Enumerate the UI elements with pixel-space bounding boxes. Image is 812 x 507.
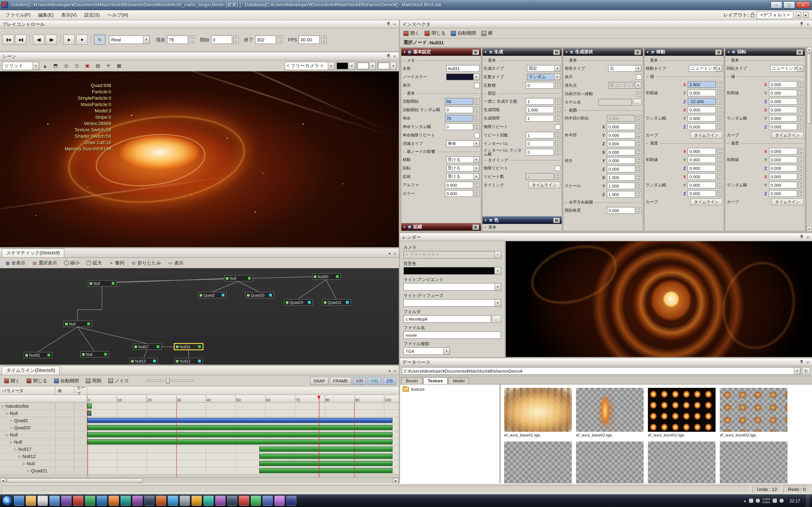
spinner[interactable]: ▲▼	[799, 115, 804, 122]
diffuse-light-combo[interactable]: ▼	[403, 299, 501, 307]
expand-arrow-icon[interactable]: ▷	[18, 454, 21, 458]
chevron-down-icon[interactable]: ▼	[494, 283, 501, 290]
row-value-box[interactable]: 1.000 ▼	[607, 174, 635, 181]
row-value-box[interactable]: 0.000 ▼	[769, 156, 797, 163]
texture-item[interactable]: ef_aura_burst01.tga	[648, 388, 716, 437]
timeline-row[interactable]: ▷ Quad21	[0, 467, 399, 474]
camera-combo[interactable]: < フリーカメラ > ▼	[285, 61, 335, 70]
row-value-box[interactable]: 0.000 ▼	[769, 90, 797, 96]
row-value-box[interactable]: ニュートンダイナ ▼	[770, 65, 804, 72]
close-icon[interactable]: ×	[806, 360, 810, 364]
row-value-box[interactable]: 0.000 ▼	[607, 132, 635, 138]
row-track[interactable]	[87, 467, 399, 474]
camera-icon[interactable]: ▤	[93, 61, 103, 70]
timeline-tool-button[interactable]: 開く	[3, 377, 22, 385]
row-track[interactable]	[87, 410, 399, 416]
maximize-button[interactable]: ▢	[783, 1, 795, 8]
schematic-tool-button[interactable]: 拡大	[83, 258, 105, 267]
timeline-row[interactable]: ▷ Null12	[0, 453, 399, 460]
row-value-box[interactable]: 0.000 ▼	[688, 115, 716, 122]
toggle-button[interactable]: X/R	[353, 377, 366, 385]
row-value-box[interactable]: 0.000 ▼	[688, 182, 716, 188]
close-icon[interactable]: ×	[393, 251, 397, 256]
spinner[interactable]: ▲▼	[637, 182, 642, 189]
row-value-box[interactable]: 面上にランダム ▼	[608, 82, 642, 89]
column-header[interactable]: 値	[55, 387, 74, 395]
spinner[interactable]: ▲▼	[555, 115, 560, 122]
spinner[interactable]: ▲▼	[277, 36, 283, 44]
spinner[interactable]: ▲▼	[637, 149, 642, 156]
folder-input[interactable]: c:¥test¥pp¥	[403, 315, 491, 323]
spinner[interactable]: ▲▼	[555, 140, 560, 147]
spinner[interactable]: ▲▼	[474, 190, 479, 197]
spinner[interactable]: ▲▼	[474, 182, 479, 188]
spinner[interactable]: ▲▼	[190, 36, 195, 44]
database-tab[interactable]: Bmsln	[401, 377, 422, 384]
ime-indicator[interactable]: CAPS KANA	[763, 498, 770, 504]
database-tab[interactable]: Texture	[423, 377, 448, 384]
toggle-button[interactable]: SNAP	[310, 377, 328, 385]
spinner[interactable]: ▲▼	[717, 123, 722, 130]
taskbar-app-icon[interactable]	[144, 496, 154, 506]
timeline-row[interactable]: ▷ Quad20	[0, 424, 399, 431]
spinner[interactable]: ▲▼	[234, 36, 239, 44]
timeline-bar[interactable]	[87, 439, 393, 445]
spinner[interactable]: ▲▼	[717, 173, 722, 180]
texture-thumbnail[interactable]	[648, 388, 716, 432]
spinner[interactable]: ▲▼	[555, 149, 560, 156]
row-value-box[interactable]: 0.000 ▼	[607, 115, 635, 122]
spinner[interactable]: ▲▼	[474, 107, 479, 113]
graph-node[interactable]: Quad19	[284, 299, 313, 305]
spinner[interactable]: ▲▼	[799, 156, 804, 163]
row-button[interactable]: ...	[633, 99, 642, 106]
inspector-tool-button[interactable]: 閉じる	[425, 30, 446, 36]
timeline-bar[interactable]	[259, 447, 393, 452]
taskbar-app-icon[interactable]	[227, 496, 237, 506]
row-track[interactable]	[87, 439, 399, 445]
expand-arrow-icon[interactable]: ▷	[10, 426, 13, 430]
timeline-row[interactable]: ▷ Null	[0, 431, 399, 439]
field-input[interactable]: 30.00	[299, 36, 320, 44]
spinner[interactable]: ▲▼	[637, 115, 642, 122]
collapse-arrow-icon[interactable]: ▼	[403, 51, 406, 53]
taskbar-app-icon[interactable]	[168, 496, 178, 506]
graph-button[interactable]: ▦	[553, 49, 560, 55]
taskbar-app-icon[interactable]	[49, 496, 60, 506]
timeline-row[interactable]: ▷ hatudoufire	[0, 403, 399, 410]
zoom-slider[interactable]	[147, 380, 193, 382]
texture-item[interactable]	[720, 442, 788, 483]
timeline-bar[interactable]	[259, 454, 393, 459]
timeline-node-label[interactable]: ▷ Null	[0, 431, 55, 438]
row-value-box[interactable]: 58 ▼	[445, 98, 473, 105]
taskbar-app-icon[interactable]	[61, 496, 71, 506]
spinner[interactable]: ▲▼	[474, 115, 479, 122]
inspector-section-header[interactable]: ▼ 拡縮 ▦	[401, 223, 480, 231]
pin-icon[interactable]	[387, 54, 391, 59]
row-value-box[interactable]: 0.000 ▼	[607, 140, 635, 147]
row-value-box[interactable]: 0.000 ▼	[688, 190, 716, 197]
spinner[interactable]: ▲▼	[799, 90, 804, 96]
browse-button[interactable]: ...	[492, 315, 501, 323]
schematic-tool-button[interactable]: 縮小	[61, 258, 83, 267]
scroll-right-button[interactable]: ▶	[393, 478, 399, 483]
taskbar-app-icon[interactable]	[180, 496, 190, 506]
row-value-box[interactable]: 0 ▼	[526, 140, 554, 147]
spinner[interactable]: ▲▼	[799, 148, 804, 155]
schematic-tab[interactable]: スケマティック(Directx9)	[2, 248, 64, 257]
scene-viewport[interactable]: Quad:938Particle:0SimpleParticle:0MassPa…	[0, 71, 399, 247]
row-checkbox[interactable]: ✓	[636, 91, 642, 97]
graph-button[interactable]: ▦	[715, 49, 722, 55]
dropdown-arrow-icon[interactable]: ▼	[473, 157, 479, 163]
database-tab[interactable]: Model	[448, 377, 469, 384]
row-value-box[interactable]: Null31 ▼	[446, 65, 479, 72]
chevron-down-icon[interactable]: ▼	[349, 62, 355, 69]
dropdown-arrow-icon[interactable]: ▼	[473, 165, 479, 171]
graph-node[interactable]: Null	[80, 351, 109, 357]
grid-toggle-icon[interactable]: ▦	[114, 61, 124, 70]
texture-thumbnail[interactable]	[720, 442, 788, 483]
row-value-box[interactable]: 1.000 ▼	[526, 107, 554, 113]
row-value-box[interactable]: 0.000 ▼	[688, 173, 716, 180]
spinner[interactable]: ▲▼	[799, 123, 804, 130]
expand-arrow-icon[interactable]: ▷	[23, 462, 26, 465]
graph-node[interactable]: Null12	[174, 358, 203, 364]
